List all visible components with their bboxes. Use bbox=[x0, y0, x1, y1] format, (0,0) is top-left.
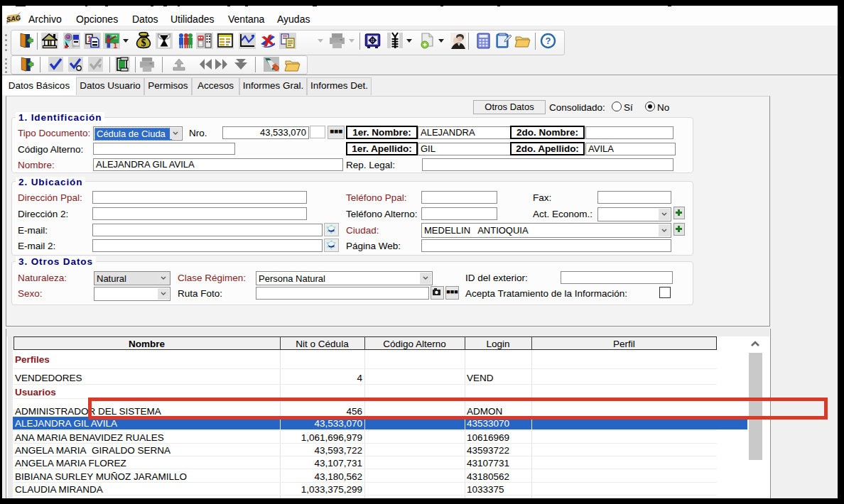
svg-text:1: 1 bbox=[114, 42, 118, 48]
svg-text:$: $ bbox=[141, 38, 146, 48]
svg-text:?: ? bbox=[546, 35, 551, 46]
svg-text:SAG: SAG bbox=[6, 13, 22, 23]
